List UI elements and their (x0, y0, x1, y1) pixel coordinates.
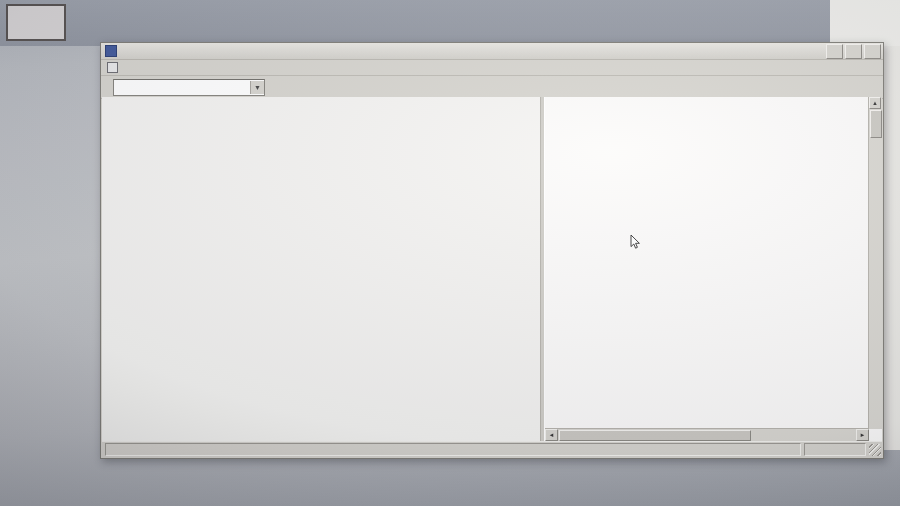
scroll-up-icon[interactable]: ▲ (869, 97, 881, 109)
cycle-table[interactable] (545, 97, 869, 429)
view-selector-dropdown[interactable]: ▼ (113, 79, 265, 96)
vertical-scrollbar[interactable]: ▲ (868, 97, 882, 429)
channel-readouts (66, 0, 830, 46)
maximize-button[interactable] (845, 44, 862, 59)
horizontal-scroll-thumb[interactable] (559, 430, 751, 441)
app-icon (105, 45, 117, 57)
window-content: ▲ ◄ ► (102, 97, 882, 442)
chevron-down-icon[interactable]: ▼ (250, 81, 264, 94)
minimize-button[interactable] (826, 44, 843, 59)
document-icon (107, 62, 118, 73)
status-bar (102, 441, 882, 457)
status-mode (804, 443, 866, 456)
menu-bar (101, 60, 883, 76)
system-log-panel (830, 0, 900, 46)
scroll-right-icon[interactable]: ► (856, 429, 869, 441)
vertical-scroll-thumb[interactable] (870, 110, 882, 138)
resize-grip[interactable] (869, 444, 881, 456)
chart-panel (102, 97, 541, 442)
data-processing-window: ▼ ▲ ◄ ► (100, 42, 884, 459)
channel-monitor-strip (0, 0, 900, 46)
scroll-left-icon[interactable]: ◄ (545, 429, 558, 441)
screen-edge-panel (884, 46, 900, 450)
toolbar: ▼ (101, 76, 883, 99)
photographed-screen: ▼ ▲ ◄ ► (0, 0, 900, 506)
window-titlebar[interactable] (101, 43, 883, 60)
horizontal-scrollbar[interactable]: ◄ ► (545, 428, 869, 442)
status-message (105, 443, 801, 456)
close-button[interactable] (864, 44, 881, 59)
cycle-table-panel: ▲ ◄ ► (544, 97, 882, 442)
device-number-badge (6, 4, 66, 41)
